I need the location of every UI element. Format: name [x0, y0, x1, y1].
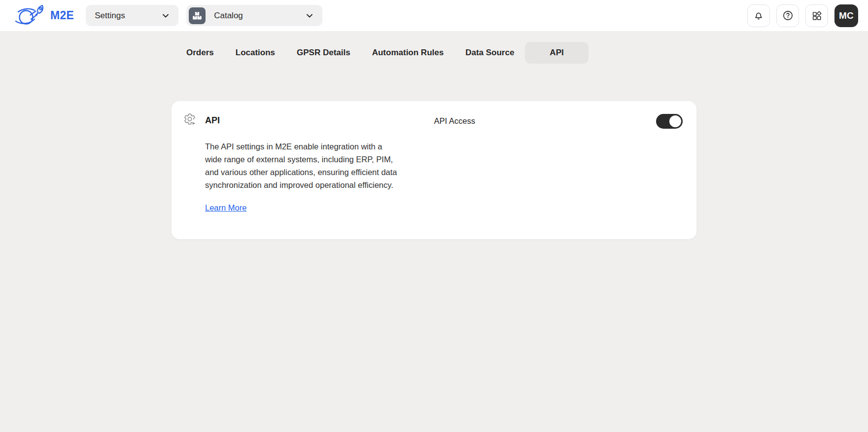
api-settings-card: API The API settings in M2E enable integ…: [172, 101, 696, 239]
gear-play-icon: [183, 112, 197, 126]
catalog-dropdown[interactable]: Catalog: [186, 5, 322, 26]
api-access-toggle[interactable]: [656, 114, 683, 129]
tab-automation-rules[interactable]: Automation Rules: [361, 42, 454, 64]
api-access-row: API Access: [434, 115, 683, 129]
notifications-button[interactable]: [747, 4, 770, 27]
bell-icon: [753, 10, 764, 21]
tab-bar: Orders Locations GPSR Details Automation…: [172, 31, 696, 64]
top-bar: M2E Settings Catalog: [0, 0, 868, 31]
catalog-dropdown-label: Catalog: [214, 11, 243, 21]
tab-locations[interactable]: Locations: [225, 42, 286, 64]
m2e-logo[interactable]: M2E: [14, 4, 74, 28]
help-button[interactable]: [776, 4, 799, 27]
rocket-planet-logo-icon: [14, 4, 51, 28]
settings-dropdown[interactable]: Settings: [86, 5, 178, 26]
card-description: The API settings in M2E enable integrati…: [205, 140, 398, 191]
packages-icon: [189, 7, 206, 24]
tab-gpsr-details[interactable]: GPSR Details: [286, 42, 361, 64]
chevron-down-icon: [161, 11, 171, 21]
logo-text: M2E: [50, 9, 74, 22]
toggle-knob: [669, 115, 681, 127]
top-right-actions: MC: [747, 4, 858, 27]
card-title: API: [205, 115, 402, 126]
chevron-down-icon: [305, 11, 314, 21]
tab-api[interactable]: API: [525, 42, 588, 64]
apps-grid-icon: [811, 10, 822, 21]
help-circle-icon: [782, 10, 794, 21]
settings-dropdown-label: Settings: [95, 11, 125, 21]
api-access-label: API Access: [434, 115, 475, 126]
tab-data-source[interactable]: Data Source: [454, 42, 525, 64]
learn-more-link[interactable]: Learn More: [205, 203, 246, 213]
avatar[interactable]: MC: [834, 4, 858, 27]
tab-orders[interactable]: Orders: [175, 42, 225, 64]
card-left-column: API The API settings in M2E enable integ…: [205, 115, 402, 213]
apps-button[interactable]: [805, 4, 828, 27]
